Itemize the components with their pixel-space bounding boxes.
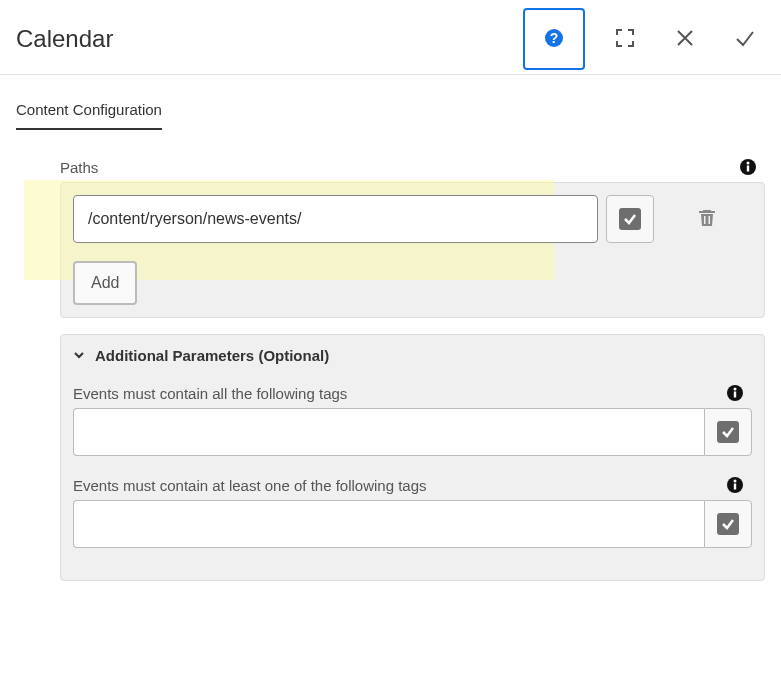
delete-path-button[interactable] (691, 203, 723, 235)
close-button[interactable] (665, 19, 705, 59)
fullscreen-icon (615, 28, 635, 51)
additional-parameters-panel: Additional Parameters (Optional) Events … (60, 334, 765, 581)
svg-rect-4 (747, 166, 749, 172)
add-path-button[interactable]: Add (73, 261, 137, 305)
dialog-title: Calendar (16, 25, 113, 53)
svg-point-3 (747, 162, 750, 165)
svg-text:?: ? (550, 30, 559, 46)
fullscreen-button[interactable] (605, 19, 645, 59)
all-tags-input[interactable] (73, 408, 704, 456)
accordion-title: Additional Parameters (Optional) (95, 347, 329, 364)
path-picker-button[interactable] (606, 195, 654, 243)
header-actions: ? (523, 12, 765, 66)
check-icon (717, 421, 739, 443)
check-icon (619, 208, 641, 230)
path-row (73, 195, 752, 243)
svg-rect-5 (704, 216, 706, 224)
path-input[interactable] (73, 195, 598, 243)
chevron-down-icon (73, 349, 87, 363)
help-icon: ? (543, 27, 565, 52)
tab-bar: Content Configuration (0, 75, 781, 130)
all-tags-picker-button[interactable] (704, 408, 752, 456)
paths-panel: Add (60, 182, 765, 318)
svg-rect-9 (734, 392, 736, 398)
svg-point-11 (734, 480, 737, 483)
svg-point-8 (734, 388, 737, 391)
all-tags-label: Events must contain all the following ta… (73, 385, 347, 402)
tab-content-configuration[interactable]: Content Configuration (16, 95, 162, 130)
info-icon[interactable] (739, 158, 757, 176)
svg-rect-6 (709, 216, 711, 224)
accordion-toggle[interactable]: Additional Parameters (Optional) (73, 347, 752, 364)
any-tags-label: Events must contain at least one of the … (73, 477, 427, 494)
any-tags-input[interactable] (73, 500, 704, 548)
any-tags-picker-button[interactable] (704, 500, 752, 548)
done-button[interactable] (725, 19, 765, 59)
paths-label: Paths (60, 159, 98, 176)
done-icon (734, 27, 756, 52)
info-icon[interactable] (726, 384, 744, 402)
help-button[interactable]: ? (523, 8, 585, 70)
check-icon (717, 513, 739, 535)
info-icon[interactable] (726, 476, 744, 494)
trash-icon (697, 208, 717, 231)
close-icon (676, 29, 694, 50)
svg-rect-12 (734, 484, 736, 490)
